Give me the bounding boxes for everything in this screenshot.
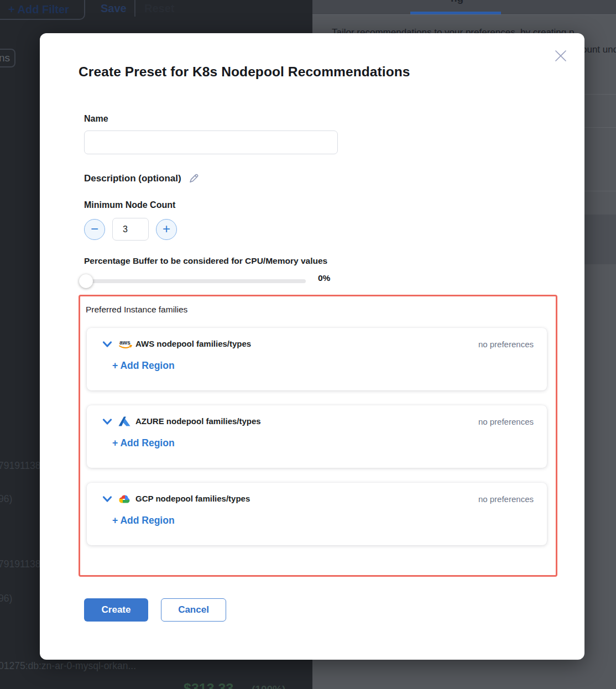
- provider-label: AWS nodepool families/types: [135, 339, 251, 348]
- name-input[interactable]: [84, 131, 338, 154]
- gcp-logo-icon: [118, 493, 133, 505]
- tab-label-fragment: ng: [451, 0, 463, 4]
- gcp-provider-card: GCP nodepool families/types no preferenc…: [87, 483, 547, 545]
- node-count-input[interactable]: [112, 218, 149, 241]
- tab-bar-divider: [312, 14, 616, 15]
- description-label: Description (optional): [84, 173, 181, 184]
- reset-button[interactable]: Reset: [144, 2, 174, 15]
- provider-label: GCP nodepool families/types: [135, 494, 250, 503]
- add-filter-label: + Add Filter: [8, 3, 69, 16]
- save-button[interactable]: Save: [101, 2, 127, 15]
- increment-button[interactable]: +: [156, 219, 177, 240]
- buffer-percentage-label: Percentage Buffer to be considered for C…: [84, 256, 327, 266]
- add-region-button[interactable]: + Add Region: [112, 515, 175, 526]
- panel-intro-text-fragment: ount und: [582, 44, 616, 55]
- chevron-down-icon[interactable]: [102, 341, 112, 348]
- sidebar-tab-fragment[interactable]: ns: [0, 49, 15, 67]
- cost-percent-fragment: (100%): [252, 683, 285, 689]
- aws-provider-card: aws AWS nodepool families/types no prefe…: [87, 328, 547, 390]
- name-label: Name: [84, 114, 108, 124]
- table-cell-fragment: 791911382: [0, 558, 46, 570]
- dialog-title: Create Preset for K8s Nodepool Recommend…: [79, 64, 410, 80]
- create-button[interactable]: Create: [84, 598, 148, 622]
- azure-logo-icon: [118, 415, 133, 428]
- cancel-button[interactable]: Cancel: [161, 598, 226, 622]
- aws-logo-icon: aws: [118, 338, 133, 351]
- provider-status: no preferences: [478, 340, 534, 349]
- buffer-slider-track[interactable]: [84, 279, 306, 283]
- svg-text:aws: aws: [119, 339, 130, 346]
- provider-status: no preferences: [478, 494, 534, 504]
- preferred-instance-families-label: Preferred Instance families: [86, 305, 187, 315]
- table-cell-fragment: 96): [0, 493, 12, 505]
- chevron-down-icon[interactable]: [102, 495, 112, 503]
- azure-provider-card: AZURE nodepool families/types no prefere…: [87, 405, 547, 468]
- node-count-stepper: − +: [84, 218, 177, 241]
- active-tab-indicator: [410, 12, 501, 14]
- buffer-slider-handle[interactable]: [79, 274, 93, 288]
- table-cell-fragment: 01275:db:zn-ar-0-mysql-orkan...: [0, 660, 136, 672]
- preferred-instance-families-section: Preferred Instance families aws AWS node…: [79, 295, 557, 577]
- add-filter-button[interactable]: + Add Filter: [0, 0, 85, 20]
- edit-pencil-icon[interactable]: [188, 173, 200, 184]
- add-region-button[interactable]: + Add Region: [112, 360, 175, 372]
- buffer-percentage-value: 0%: [318, 273, 330, 283]
- provider-status: no preferences: [478, 417, 534, 426]
- table-cell-fragment: 791911382: [0, 460, 46, 472]
- provider-label: AZURE nodepool families/types: [135, 416, 261, 426]
- cost-value-fragment: $313.33: [184, 681, 233, 689]
- close-icon[interactable]: [552, 48, 569, 64]
- chevron-down-icon[interactable]: [102, 418, 112, 426]
- add-region-button[interactable]: + Add Region: [112, 437, 175, 449]
- toolbar-divider: [134, 0, 135, 17]
- minimum-node-count-label: Minimum Node Count: [84, 200, 175, 210]
- decrement-button[interactable]: −: [84, 219, 105, 240]
- sidebar-tab-fragment-label: ns: [0, 52, 10, 64]
- create-preset-dialog: Create Preset for K8s Nodepool Recommend…: [40, 33, 584, 660]
- table-cell-fragment: 96): [0, 593, 12, 604]
